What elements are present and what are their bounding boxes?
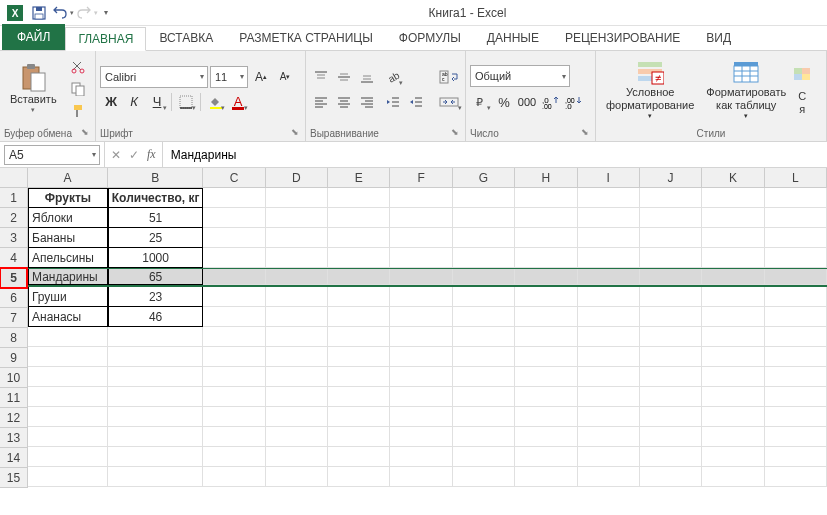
cell[interactable] xyxy=(765,347,827,367)
cell[interactable]: 25 xyxy=(108,228,203,248)
formula-input[interactable] xyxy=(163,145,827,165)
undo-icon[interactable]: ▾ xyxy=(52,2,74,24)
row-header[interactable]: 9 xyxy=(0,348,27,368)
cell[interactable] xyxy=(702,447,764,467)
cell[interactable] xyxy=(203,248,265,268)
cell[interactable] xyxy=(203,367,265,387)
cell[interactable] xyxy=(266,327,328,347)
cell[interactable] xyxy=(515,228,577,248)
cell[interactable] xyxy=(515,307,577,327)
cell[interactable] xyxy=(203,228,265,248)
tab-file[interactable]: ФАЙЛ xyxy=(2,24,65,50)
cell[interactable] xyxy=(203,347,265,367)
borders-button[interactable] xyxy=(175,91,197,113)
cell[interactable] xyxy=(640,427,702,447)
decrease-decimal-button[interactable]: ,00,0 xyxy=(562,91,584,113)
tab-formulas[interactable]: ФОРМУЛЫ xyxy=(386,26,474,50)
font-name-combo[interactable]: Calibri xyxy=(100,66,208,88)
cell[interactable] xyxy=(515,447,577,467)
cell[interactable] xyxy=(765,467,827,487)
excel-icon[interactable]: X xyxy=(4,2,26,24)
column-header[interactable]: I xyxy=(578,168,640,187)
align-center-button[interactable] xyxy=(333,91,355,113)
cell[interactable] xyxy=(515,427,577,447)
column-header[interactable]: F xyxy=(390,168,452,187)
row-header[interactable]: 2 xyxy=(0,208,27,228)
cell[interactable] xyxy=(203,327,265,347)
wrap-text-button[interactable]: abc xyxy=(435,66,463,88)
cell[interactable] xyxy=(765,208,827,228)
tab-home[interactable]: ГЛАВНАЯ xyxy=(65,27,146,51)
cell[interactable] xyxy=(578,367,640,387)
cell[interactable] xyxy=(266,228,328,248)
cell[interactable] xyxy=(453,269,515,285)
cell[interactable] xyxy=(328,228,390,248)
cell[interactable] xyxy=(702,228,764,248)
name-box[interactable]: A5 xyxy=(4,145,100,165)
cell[interactable] xyxy=(578,407,640,427)
font-color-button[interactable]: A xyxy=(227,91,249,113)
cell[interactable] xyxy=(266,467,328,487)
enter-formula-icon[interactable]: ✓ xyxy=(129,148,139,162)
cell[interactable] xyxy=(28,447,108,467)
cell[interactable] xyxy=(515,188,577,208)
cell[interactable] xyxy=(328,307,390,327)
cell[interactable] xyxy=(765,447,827,467)
row-header[interactable]: 15 xyxy=(0,468,27,488)
cell[interactable] xyxy=(390,447,452,467)
cell[interactable] xyxy=(28,407,108,427)
cell[interactable] xyxy=(390,248,452,268)
cell[interactable] xyxy=(328,269,390,285)
cell[interactable] xyxy=(765,307,827,327)
cell[interactable] xyxy=(765,287,827,307)
cell[interactable] xyxy=(328,188,390,208)
tab-data[interactable]: ДАННЫЕ xyxy=(474,26,552,50)
percent-button[interactable]: % xyxy=(493,91,515,113)
row-header[interactable]: 5 xyxy=(0,268,27,288)
cell[interactable] xyxy=(108,427,203,447)
cell[interactable] xyxy=(702,347,764,367)
cell[interactable] xyxy=(640,467,702,487)
cut-button[interactable] xyxy=(67,57,89,77)
redo-icon[interactable]: ▾ xyxy=(76,2,98,24)
cell[interactable]: 46 xyxy=(108,307,203,327)
cell[interactable] xyxy=(453,287,515,307)
align-top-button[interactable] xyxy=(310,66,332,88)
cell[interactable] xyxy=(578,447,640,467)
cell[interactable] xyxy=(28,387,108,407)
cell[interactable] xyxy=(28,347,108,367)
align-bottom-button[interactable] xyxy=(356,66,378,88)
clipboard-launcher-icon[interactable]: ⬊ xyxy=(79,127,91,139)
cell[interactable] xyxy=(328,327,390,347)
cell[interactable] xyxy=(515,387,577,407)
row-header[interactable]: 3 xyxy=(0,228,27,248)
save-icon[interactable] xyxy=(28,2,50,24)
cell[interactable] xyxy=(453,347,515,367)
row-header[interactable]: 11 xyxy=(0,388,27,408)
shrink-font-button[interactable]: A▾ xyxy=(274,66,296,88)
cell[interactable] xyxy=(453,307,515,327)
row-header[interactable]: 6 xyxy=(0,288,27,308)
cell[interactable] xyxy=(28,427,108,447)
font-launcher-icon[interactable]: ⬊ xyxy=(289,127,301,139)
column-header[interactable]: E xyxy=(328,168,390,187)
cell[interactable] xyxy=(328,347,390,367)
cell[interactable] xyxy=(702,188,764,208)
cell[interactable] xyxy=(578,269,640,285)
cell[interactable] xyxy=(640,248,702,268)
cell[interactable] xyxy=(765,188,827,208)
cell[interactable] xyxy=(515,248,577,268)
cell[interactable] xyxy=(515,327,577,347)
align-left-button[interactable] xyxy=(310,91,332,113)
cell[interactable]: Ананасы xyxy=(28,307,108,327)
tab-review[interactable]: РЕЦЕНЗИРОВАНИЕ xyxy=(552,26,693,50)
cell[interactable] xyxy=(266,387,328,407)
cell[interactable]: Мандарины xyxy=(28,269,108,285)
cell[interactable] xyxy=(640,347,702,367)
number-format-combo[interactable]: Общий xyxy=(470,65,570,87)
tab-view[interactable]: ВИД xyxy=(693,26,744,50)
cell[interactable]: Фрукты xyxy=(28,188,108,208)
cell[interactable] xyxy=(328,208,390,228)
conditional-formatting-button[interactable]: ≠ Условное форматирование▾ xyxy=(600,54,700,124)
cell[interactable] xyxy=(453,467,515,487)
